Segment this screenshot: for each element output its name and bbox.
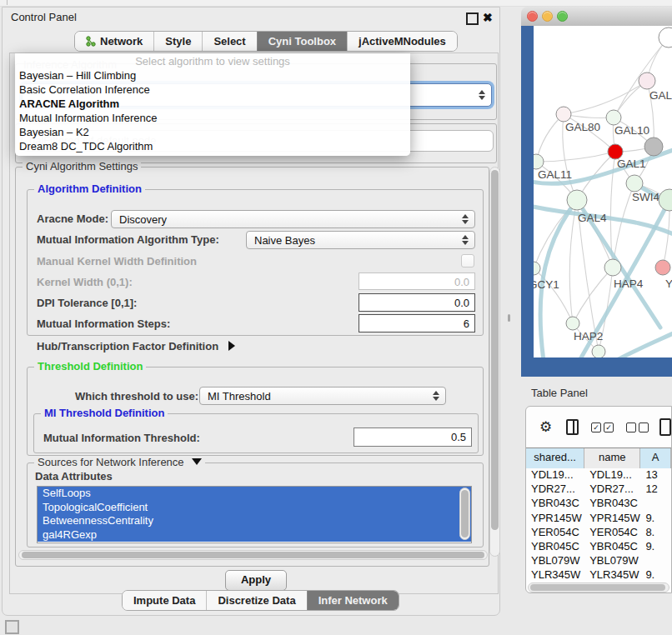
table-row[interactable]: YBL079WYBL079W [526, 553, 671, 568]
network-node-bottom1[interactable] [592, 345, 605, 358]
zoom-traffic-light-icon[interactable] [557, 11, 568, 22]
network-edge-highlighted[interactable] [615, 328, 672, 358]
attribute-list-item[interactable]: gal4RGexp [38, 528, 471, 542]
popup-item[interactable]: Mutual Information Inference [15, 111, 410, 125]
close-traffic-light-icon[interactable] [527, 11, 538, 22]
dpi-tolerance-value: 0.0 [454, 297, 469, 309]
table-row[interactable]: YDR27...YDR27...12 [526, 482, 671, 496]
popup-item[interactable]: Dream8 DC_TDC Algorithm [15, 139, 410, 153]
data-attributes-list[interactable]: SelfLoopsTopologicalCoefficientBetweenne… [37, 486, 472, 543]
table-panel-title: Table Panel [531, 387, 588, 399]
table-horizontal-scrollbar[interactable] [528, 582, 669, 592]
which-threshold-combobox[interactable]: MI Threshold [199, 387, 446, 405]
aracne-mode-combobox[interactable]: Discovery [111, 210, 475, 228]
popup-item[interactable]: Basic Correlation Inference [15, 82, 410, 97]
tab-impute-data[interactable]: Impute Data [123, 591, 206, 610]
unchecked-box-icon [639, 422, 649, 432]
column-header[interactable]: A [640, 448, 671, 468]
collapse-down-triangle-icon [192, 458, 202, 465]
table-panel: ⚙ ✓ ✓ shared...nameA YDL19...YDL19...13Y… [525, 406, 672, 593]
column-header[interactable]: name [584, 448, 640, 468]
network-window-titlebar[interactable] [521, 7, 672, 27]
hub-definition-label: Hub/Transcription Factor Definition [37, 340, 218, 352]
minimize-traffic-light-icon[interactable] [542, 11, 553, 22]
apply-button[interactable]: Apply [225, 570, 287, 591]
column-header[interactable]: shared... [526, 448, 584, 468]
network-edge[interactable] [536, 152, 615, 162]
attribute-list-item[interactable]: SelfLoops [38, 487, 471, 501]
close-icon[interactable]: ✖ [483, 10, 493, 25]
settings-vertical-scrollbar[interactable] [489, 167, 500, 557]
tab-infer-network[interactable]: Infer Network [307, 591, 399, 610]
mi-threshold-definition-legend: MI Threshold Definition [41, 407, 168, 419]
network-node-gal10[interactable] [606, 110, 621, 125]
gear-icon[interactable]: ⚙ [539, 418, 552, 436]
table-row[interactable]: YBR043CYBR043C [526, 496, 671, 510]
popup-item[interactable]: ARACNE Algorithm [15, 97, 410, 111]
mi-steps-field[interactable]: 6 [359, 314, 475, 332]
tab-cyni-toolbox[interactable]: Cyni Toolbox [257, 32, 347, 51]
network-node-bigright[interactable] [659, 189, 672, 211]
select-all-icon[interactable]: ✓ ✓ [591, 422, 614, 432]
sources-legend-label: Sources for Network Inference [38, 456, 184, 468]
unchecked-box-icon [626, 422, 636, 432]
network-node-gray[interactable] [644, 138, 663, 156]
table-cell: 12 [640, 482, 671, 496]
kernel-width-field[interactable]: 0.0 [359, 272, 475, 290]
mi-steps-value: 6 [464, 318, 469, 330]
attribute-list-item[interactable]: BetweennessCentrality [38, 514, 471, 528]
network-node-swi4[interactable] [626, 175, 643, 192]
network-node-salmon[interactable] [655, 260, 670, 275]
network-node-label: GAL1 [617, 158, 646, 170]
network-node-hap4[interactable] [604, 259, 621, 276]
tab-network[interactable]: Network [75, 32, 153, 51]
table-header-row: shared...nameA [526, 448, 671, 468]
mi-threshold-field[interactable]: 0.5 [354, 428, 472, 447]
tab-jactivemnodules[interactable]: jActiveMNodules [347, 32, 457, 51]
sources-legend[interactable]: Sources for Network Inference [34, 456, 205, 468]
table-row[interactable]: YBR045CYBR045C9. [526, 539, 671, 553]
tab-label: jActiveMNodules [359, 32, 446, 51]
table-row[interactable]: YPR145WYPR145W9. [526, 511, 671, 525]
network-edge[interactable] [569, 200, 577, 323]
table-cell: YBR043C [526, 496, 584, 510]
popup-item[interactable]: Bayesian – Hill Climbing [15, 68, 410, 82]
hub-definition-toggle[interactable]: Hub/Transcription Factor Definition [37, 340, 235, 352]
network-node-gal4[interactable] [567, 190, 587, 210]
popup-item[interactable]: Bayesian – K2 [15, 125, 410, 139]
network-node-gcy1[interactable] [534, 262, 540, 275]
network-node-ghost[interactable] [659, 28, 672, 48]
attribute-list-item[interactable]: TopologicalCoefficient [38, 501, 471, 515]
network-canvas[interactable]: GALGAL80GAL10GAL1GAL11SWI4GAL4GCY1HAP4YH… [534, 26, 672, 358]
network-node-gal11[interactable] [534, 154, 544, 169]
control-panel-title: Control Panel [11, 11, 77, 23]
dpi-tolerance-field[interactable]: 0.0 [359, 293, 475, 312]
combo-arrows-icon [459, 235, 472, 245]
network-node-pink1[interactable] [639, 72, 655, 89]
cyni-bottom-tabs: Impute DataDiscretize DataInfer Network [122, 590, 399, 611]
network-node-label: Y [665, 278, 672, 290]
manual-kernel-width-checkbox[interactable] [461, 254, 474, 268]
settings-horizontal-scrollbar[interactable] [18, 550, 488, 560]
network-edge[interactable] [536, 114, 564, 162]
network-node-gal80[interactable] [556, 107, 571, 122]
table-row[interactable]: YLR345WYLR345W9. [526, 568, 671, 582]
tab-discretize-data[interactable]: Discretize Data [206, 591, 306, 610]
deselect-all-icon[interactable] [626, 422, 649, 432]
minimized-panel-icon[interactable] [5, 620, 19, 634]
table-cell: YER054C [526, 525, 584, 539]
new-table-icon[interactable] [659, 418, 671, 436]
kernel-width-label: Kernel Width (0,1): [37, 276, 133, 288]
float-panel-icon[interactable] [466, 12, 479, 25]
network-edge[interactable] [564, 81, 647, 114]
network-node-hap2[interactable] [566, 317, 579, 330]
mi-algorithm-type-combobox[interactable]: Naive Bayes [246, 231, 475, 249]
attributes-vertical-scrollbar[interactable] [459, 488, 470, 540]
tab-select[interactable]: Select [202, 32, 256, 51]
table-row[interactable]: YER054CYER054C8. [526, 525, 671, 539]
table-row[interactable]: YDL19...YDL19...13 [526, 468, 671, 482]
tab-style[interactable]: Style [153, 32, 202, 51]
split-columns-icon[interactable] [566, 419, 579, 435]
split-pane-handle[interactable] [508, 314, 510, 322]
algorithm-popup-menu: Select algorithm to view settings Bayesi… [15, 53, 410, 156]
